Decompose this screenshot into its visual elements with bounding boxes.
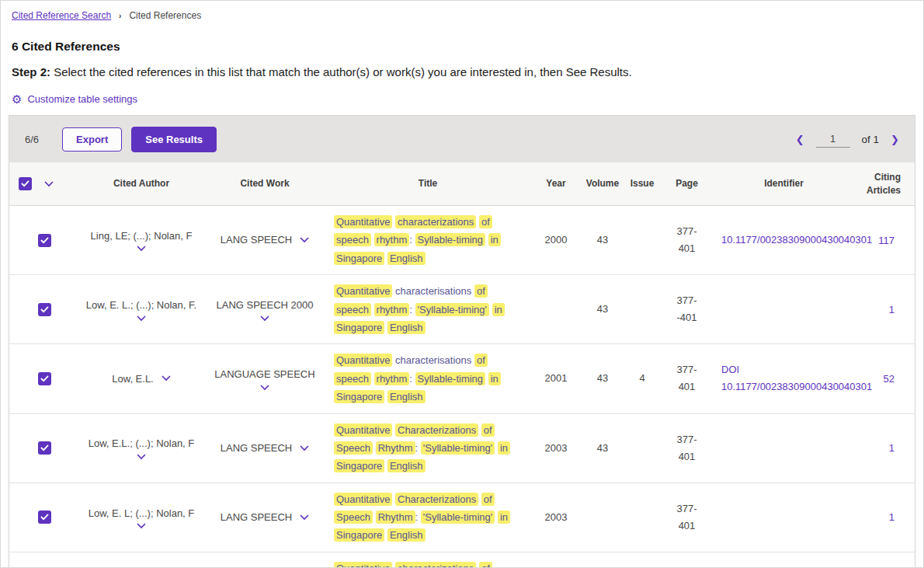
breadcrumb-link-cited-reference-search[interactable]: Cited Reference Search — [12, 10, 111, 21]
volume-cell: 43 — [582, 301, 623, 318]
previous-page-button[interactable]: ❮ — [796, 134, 804, 145]
table-row: Low, E. L.; (...); Nolan, F.LANG SPEECH … — [9, 275, 915, 344]
row-checkbox[interactable] — [38, 441, 51, 455]
highlighted-term: Characterizations — [395, 423, 478, 437]
gear-icon: ⚙ — [12, 93, 22, 105]
highlighted-term: Quantitative — [334, 423, 392, 437]
step-text: Select the cited references in this list… — [54, 65, 632, 78]
identifier-link[interactable]: 10.1177/00238309000430040301 — [721, 234, 872, 246]
identifier-link[interactable]: DOI 10.1177/00238309000430040301 — [721, 364, 872, 392]
cited-work-text: LANG SPEECH — [221, 232, 292, 248]
highlighted-term: characterizations — [395, 562, 476, 568]
highlighted-term: rhythm — [374, 303, 410, 316]
chevron-down-icon[interactable] — [162, 375, 171, 382]
column-header-issue: Issue — [623, 177, 662, 190]
chevron-down-icon[interactable] — [137, 523, 146, 529]
table-row: Ling, LE; (...); Nolan, FLANG SPEECHQuan… — [9, 206, 915, 275]
title-word: : — [415, 442, 419, 454]
title-cell: Quantitative characterisations of speech… — [326, 344, 530, 413]
page-cell: 377- -401 — [662, 292, 712, 326]
customize-table-settings-label: Customize table settings — [27, 93, 137, 105]
row-select-cell — [9, 511, 79, 524]
see-results-button[interactable]: See Results — [131, 127, 217, 152]
select-all-cell — [9, 177, 79, 190]
customize-table-settings-button[interactable]: ⚙ Customize table settings — [12, 93, 137, 105]
cited-author-cell: Low, E.L. — [79, 367, 203, 392]
table-body: Ling, LE; (...); Nolan, FLANG SPEECHQuan… — [9, 206, 915, 568]
volume-cell: 43 — [582, 440, 623, 457]
citing-articles-link[interactable]: 52 — [884, 373, 894, 385]
breadcrumb-current: Cited References — [129, 10, 201, 21]
highlighted-term: in — [492, 303, 505, 316]
row-checkbox[interactable] — [38, 372, 51, 385]
highlighted-term: Singapore — [334, 390, 384, 403]
row-checkbox[interactable] — [38, 303, 51, 316]
citing-articles-link[interactable]: 117 — [878, 235, 894, 246]
highlighted-term: of — [481, 423, 495, 437]
table-row: Low, L.J PHONETICSQuantitative character… — [9, 552, 915, 568]
export-button[interactable]: Export — [62, 127, 122, 152]
citing-articles-link[interactable]: 1 — [889, 511, 894, 523]
chevron-down-icon[interactable] — [137, 454, 146, 460]
citing-articles-cell: 117 — [856, 235, 915, 246]
column-header-citing: Citing Articles — [856, 171, 915, 196]
table-header-row: Cited AuthorCited WorkTitleYearVolumeIss… — [9, 162, 915, 206]
column-header-work: Cited Work — [203, 177, 326, 190]
page-cell: 377- 401 — [662, 361, 712, 396]
column-header-title: Title — [326, 177, 530, 190]
highlighted-term: 'Syllable-timing' — [421, 441, 495, 455]
highlighted-term: Quantitative — [334, 215, 392, 228]
column-header-author: Cited Author — [79, 177, 203, 190]
highlighted-term: Syllable-timing — [415, 233, 486, 246]
highlighted-term: characterizations — [395, 215, 476, 228]
identifier-cell: 10.1177/00238309000430040301 — [712, 232, 856, 249]
page-cell: 377- 401 — [662, 223, 712, 257]
breadcrumb: Cited Reference Search › Cited Reference… — [1, 1, 923, 21]
highlighted-term: of — [474, 354, 488, 367]
next-page-button[interactable]: ❯ — [891, 134, 899, 145]
highlighted-term: in — [488, 233, 501, 246]
column-header-identifier: Identifier — [712, 177, 856, 190]
selection-menu-chevron-down-icon[interactable] — [44, 181, 54, 187]
chevron-down-icon[interactable] — [137, 315, 146, 322]
cited-author-text: Low, E. L.; (...); Nolan, F. — [86, 298, 196, 313]
highlighted-term: Characterizations — [395, 493, 478, 506]
highlighted-term: Speech — [334, 441, 373, 455]
row-select-cell — [9, 441, 79, 455]
chevron-down-icon[interactable] — [260, 385, 269, 391]
year-cell: 2003 — [530, 440, 582, 457]
highlighted-term: rhythm — [374, 233, 410, 246]
highlighted-term: Syllable-timing — [415, 372, 486, 385]
highlighted-term: speech — [334, 233, 371, 246]
highlighted-term: Rhythm — [376, 441, 415, 455]
year-cell: 2003 — [530, 509, 582, 526]
row-checkbox[interactable] — [38, 234, 51, 247]
table-toolbar: 6/6 Export See Results ❮ of 1 ❯ — [9, 116, 915, 162]
chevron-down-icon[interactable] — [260, 315, 269, 322]
cited-work-cell: LANG SPEECH 2000 — [203, 293, 326, 326]
highlighted-term: of — [481, 493, 495, 506]
chevron-down-icon[interactable] — [300, 445, 309, 451]
citing-articles-link[interactable]: 1 — [889, 442, 894, 454]
page-number-input[interactable] — [816, 131, 850, 148]
highlighted-term: Quantitative — [334, 493, 392, 506]
highlighted-term: Rhythm — [376, 511, 415, 524]
chevron-down-icon[interactable] — [300, 514, 309, 521]
select-all-checkbox[interactable] — [19, 177, 32, 190]
highlighted-term: 'Syllable-timing' — [421, 511, 495, 524]
title-word: characterisations — [395, 285, 471, 297]
breadcrumb-separator-icon: › — [119, 12, 121, 20]
chevron-down-icon[interactable] — [300, 237, 309, 243]
title-cell: Quantitative Characterizations of Speech… — [326, 414, 530, 483]
column-header-page: Page — [662, 177, 712, 190]
cited-work-cell: LANG SPEECH — [203, 436, 326, 461]
issue-cell: 4 — [623, 370, 662, 387]
chevron-down-icon[interactable] — [137, 246, 146, 252]
row-checkbox[interactable] — [38, 511, 51, 524]
highlighted-term: Singapore — [334, 459, 384, 472]
highlighted-term: speech — [334, 372, 371, 385]
table-row: Low, E. L; (...); Nolan, FLANG SPEECHQua… — [9, 483, 915, 552]
citing-articles-link[interactable]: 1 — [889, 304, 894, 315]
page-cell: 377- 401 — [662, 500, 712, 535]
title-word: : — [415, 511, 419, 523]
